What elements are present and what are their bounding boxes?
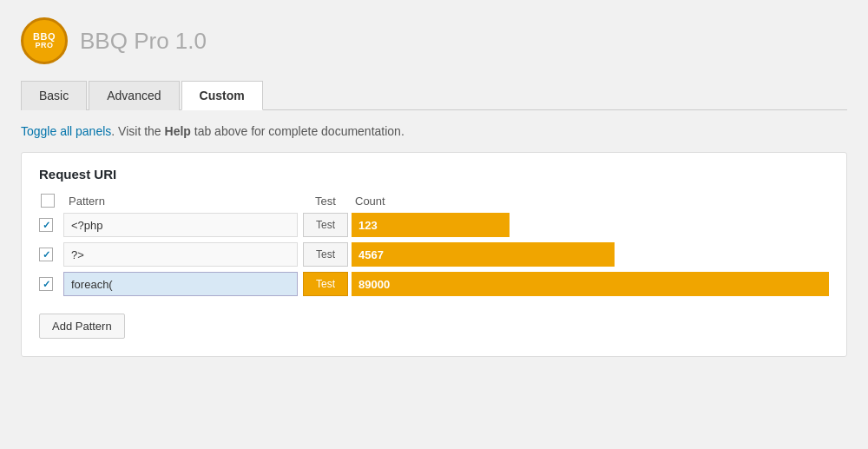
header-checkbox[interactable]: [41, 194, 55, 208]
row1-test-button[interactable]: Test: [303, 213, 348, 237]
col-header-count: Count: [352, 195, 385, 208]
col-header-test: Test: [299, 195, 352, 208]
app-name: BBQ Pro: [80, 28, 169, 54]
tab-custom[interactable]: Custom: [181, 81, 263, 110]
row3-test-button[interactable]: Test: [303, 272, 348, 296]
app-header: BBQ PRO BBQ Pro 1.0: [21, 17, 847, 64]
row1-count-bar: 123: [352, 213, 510, 237]
row1-pattern-input[interactable]: [63, 213, 298, 237]
app-title: BBQ Pro 1.0: [80, 28, 207, 55]
row3-checkbox-wrap: [39, 277, 63, 291]
page-wrapper: BBQ PRO BBQ Pro 1.0 Basic Advanced Custo…: [0, 0, 868, 374]
col-header-pattern: Pattern: [65, 195, 299, 208]
tab-advanced[interactable]: Advanced: [89, 81, 179, 110]
app-version: 1.0: [175, 28, 207, 54]
row2-checkbox[interactable]: [39, 248, 53, 261]
row1-checkbox[interactable]: [39, 218, 53, 232]
row2-count-bar: 4567: [352, 242, 615, 267]
row2-pattern-input[interactable]: [63, 242, 298, 267]
row3-count-bar-wrapper: 89000: [352, 272, 829, 296]
tab-basic[interactable]: Basic: [21, 81, 87, 110]
table-row: Test 123: [39, 213, 829, 237]
info-bar: Toggle all panels. Visit the Help tab ab…: [21, 124, 847, 138]
row3-checkbox[interactable]: [39, 277, 53, 291]
row2-test-button[interactable]: Test: [303, 242, 348, 267]
row2-count-bar-wrapper: 4567: [352, 242, 829, 267]
table-header: Pattern Test Count: [39, 194, 829, 208]
row3-pattern-input[interactable]: [63, 272, 298, 296]
row1-checkbox-wrap: [39, 218, 63, 232]
add-pattern-button[interactable]: Add Pattern: [39, 314, 125, 339]
table-row: Test 4567: [39, 242, 829, 267]
row3-count-bar: 89000: [352, 272, 829, 296]
tabs-bar: Basic Advanced Custom: [21, 80, 847, 110]
panel-title: Request URI: [39, 167, 829, 182]
table-row: Test 89000: [39, 272, 829, 296]
request-uri-panel: Request URI Pattern Test Count Test 123: [21, 152, 847, 357]
toggle-all-panels-link[interactable]: Toggle all panels: [21, 124, 111, 138]
row1-count-bar-wrapper: 123: [352, 213, 829, 237]
row2-checkbox-wrap: [39, 248, 63, 261]
logo-pro-text: PRO: [35, 42, 53, 50]
info-text: . Visit the Help tab above for complete …: [111, 124, 404, 138]
app-logo: BBQ PRO: [21, 17, 68, 64]
